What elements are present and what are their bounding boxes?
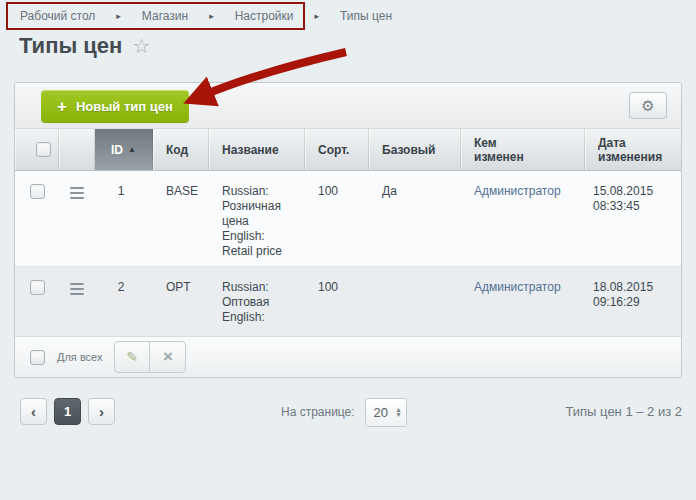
- menu-bar: [70, 283, 84, 285]
- cell-code: BASE: [153, 171, 209, 266]
- breadcrumb-separator-icon: ▸: [116, 11, 121, 21]
- pencil-icon: ✎: [127, 349, 139, 365]
- gear-icon: ⚙: [641, 97, 654, 115]
- row-menu-cell: [59, 267, 95, 336]
- admin-page: Рабочий стол ▸ Магазин ▸ Настройки ▸ Тип…: [0, 0, 696, 500]
- header-modified-date[interactable]: Дата изменения: [585, 129, 683, 170]
- cell-modified-by: Администратор: [461, 267, 585, 336]
- cell-modified-date: 18.08.2015 09:16:29: [585, 267, 683, 336]
- close-icon: ×: [163, 347, 173, 367]
- menu-bar: [70, 288, 84, 290]
- bulk-actions-group: ✎ ×: [114, 341, 186, 373]
- spinner-down-icon: ▾: [397, 412, 401, 417]
- per-page-select[interactable]: 20 ▴ ▾: [365, 398, 407, 427]
- records-summary: Типы цен 1 – 2 из 2: [565, 404, 682, 419]
- cell-base: [369, 267, 461, 336]
- row-checkbox-cell: [15, 171, 59, 266]
- menu-bar: [70, 293, 84, 295]
- per-page-label: На странице:: [281, 405, 355, 419]
- header-name[interactable]: Название: [209, 129, 305, 170]
- menu-bar: [70, 192, 84, 194]
- header-menu-cell: [59, 129, 95, 170]
- spinner-icon: ▴ ▾: [397, 407, 401, 417]
- sort-ascending-icon: ▲: [128, 143, 136, 157]
- cell-modified-by: Администратор: [461, 171, 585, 266]
- title-row: Типы цен ☆: [19, 33, 150, 59]
- grid-settings-button[interactable]: ⚙: [629, 92, 667, 119]
- cell-modified-date: 15.08.2015 08:33:45: [585, 171, 683, 266]
- table-row: 2 OPT Russian: Оптовая English: 100 Адми…: [15, 267, 681, 337]
- breadcrumb: Рабочий стол ▸ Магазин ▸ Настройки ▸ Тип…: [20, 9, 392, 23]
- modified-by-link[interactable]: Администратор: [474, 280, 561, 294]
- cell-sort: 100: [305, 267, 369, 336]
- row-checkbox-cell: [15, 267, 59, 336]
- bulk-edit-button[interactable]: ✎: [115, 342, 150, 372]
- footer-select-all-checkbox[interactable]: [30, 350, 45, 365]
- menu-bar: [70, 187, 84, 189]
- table-footer: Для всех ✎ ×: [15, 337, 681, 377]
- cell-id: 2: [95, 267, 153, 336]
- modified-by-link[interactable]: Администратор: [474, 184, 561, 198]
- header-id-sorted[interactable]: ID ▲: [95, 129, 153, 170]
- bulk-delete-button[interactable]: ×: [150, 342, 185, 372]
- plus-icon: +: [57, 98, 67, 115]
- page-title: Типы цен: [19, 33, 122, 59]
- chevron-left-icon: ‹: [31, 403, 36, 420]
- new-price-type-button[interactable]: + Новый тип цен: [41, 90, 189, 122]
- cell-id: 1: [95, 171, 153, 266]
- favorite-star-icon[interactable]: ☆: [132, 34, 150, 58]
- next-page-button[interactable]: ›: [88, 398, 115, 425]
- page-1-button[interactable]: 1: [54, 398, 81, 425]
- per-page-value: 20: [374, 405, 397, 420]
- row-checkbox[interactable]: [30, 184, 45, 199]
- prev-page-button[interactable]: ‹: [20, 398, 47, 425]
- breadcrumb-item-shop[interactable]: Магазин: [142, 9, 188, 23]
- row-menu-icon[interactable]: [70, 283, 84, 336]
- price-types-panel: + Новый тип цен ⚙ ID ▲ Код Название Сорт…: [14, 82, 682, 378]
- grid-toolbar: + Новый тип цен ⚙: [15, 83, 681, 129]
- cell-name: Russian: Розничная цена English: Retail …: [209, 171, 305, 266]
- cell-sort: 100: [305, 171, 369, 266]
- new-price-type-label: Новый тип цен: [76, 99, 173, 114]
- chevron-right-icon: ›: [99, 403, 104, 420]
- select-all-checkbox[interactable]: [36, 142, 51, 157]
- breadcrumb-item-price-types[interactable]: Типы цен: [340, 9, 392, 23]
- table-row: 1 BASE Russian: Розничная цена English: …: [15, 171, 681, 267]
- footer-select-all-label: Для всех: [57, 351, 102, 363]
- cell-name: Russian: Оптовая English:: [209, 267, 305, 336]
- breadcrumb-separator-icon: ▸: [209, 11, 214, 21]
- header-select-all-cell: [15, 129, 59, 170]
- menu-bar: [70, 197, 84, 199]
- header-sort[interactable]: Сорт.: [305, 129, 369, 170]
- breadcrumb-item-settings[interactable]: Настройки: [235, 9, 294, 23]
- row-checkbox[interactable]: [30, 280, 45, 295]
- header-modified-by[interactable]: Кем изменен: [461, 129, 585, 170]
- cell-code: OPT: [153, 267, 209, 336]
- row-menu-cell: [59, 171, 95, 266]
- table-header-row: ID ▲ Код Название Сорт. Базовый Кем изме…: [15, 129, 681, 171]
- header-base[interactable]: Базовый: [369, 129, 461, 170]
- cell-base: Да: [369, 171, 461, 266]
- pagination: ‹ 1 ›: [20, 398, 115, 425]
- per-page-control: На странице: 20 ▴ ▾: [281, 397, 407, 427]
- breadcrumb-item-desktop[interactable]: Рабочий стол: [20, 9, 95, 23]
- header-id-label: ID: [111, 143, 123, 157]
- row-menu-icon[interactable]: [70, 187, 84, 266]
- breadcrumb-separator-icon: ▸: [315, 11, 320, 21]
- header-code[interactable]: Код: [153, 129, 209, 170]
